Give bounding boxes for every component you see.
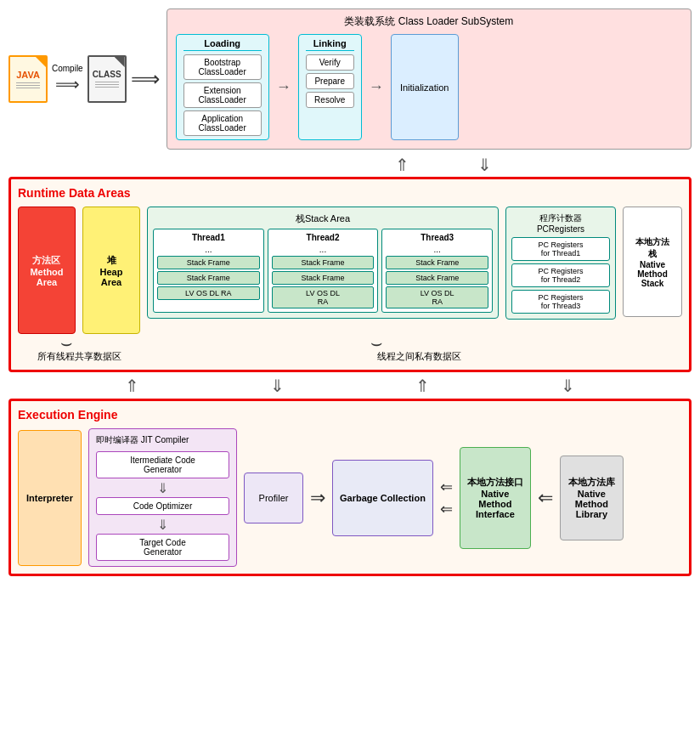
native-interface-box: 本地方法接口 Native Method Interface xyxy=(460,447,531,549)
classloader-subsystem: 类装载系统 Class Loader SubSystem Loading Boo… xyxy=(167,8,692,150)
jit-title: 即时编译器 JIT Compiler xyxy=(96,434,229,446)
down-arrow-2: ⇓ xyxy=(477,155,492,175)
loading-title: Loading xyxy=(183,38,262,51)
extension-loader: ExtensionClassLoader xyxy=(183,82,262,108)
thread3-sf1: Stack Frame xyxy=(386,256,488,269)
left-arrow: ⇐ xyxy=(440,500,453,518)
thread3-name: Thread3 xyxy=(386,233,488,242)
compile-flow: Compile ⟹ xyxy=(52,64,83,94)
bootstrap-loader: BootstrapClassLoader xyxy=(183,54,262,80)
linking-title: Linking xyxy=(306,38,354,51)
interpreter-label: Interpreter xyxy=(26,493,73,503)
gc-box: Garbage Collection xyxy=(332,460,433,536)
jit-item-2: Code Optimizer xyxy=(96,497,229,515)
thread1-col: Thread1 ... Stack Frame Stack Frame LV O… xyxy=(153,229,264,313)
thread1-name: Thread1 xyxy=(157,233,260,242)
compile-label: Compile xyxy=(52,64,83,73)
gc-label: Garbage Collection xyxy=(340,493,426,503)
native-interface-label: 本地方法接口 Native Method Interface xyxy=(467,476,523,519)
pc-thread1: PC Registersfor Thread1 xyxy=(511,237,610,261)
stack-area-title: 栈Stack Area xyxy=(153,212,493,225)
down-arrow-1: ⇑ xyxy=(395,155,409,175)
resolve-item: Resolve xyxy=(306,92,354,108)
thread3-lv: LV OS DLRA xyxy=(386,286,488,308)
loading-box: Loading BootstrapClassLoader ExtensionCl… xyxy=(176,34,269,140)
pc-registers-box: 程序计数器 PCRegisters PC Registersfor Thread… xyxy=(505,207,616,320)
stack-area-box: 栈Stack Area Thread1 ... Stack Frame Stac… xyxy=(147,207,499,319)
jit-item-1: Itermediate CodeGenerator xyxy=(96,451,229,478)
class-file-icon: CLASS xyxy=(88,55,127,103)
thread1-dots: ... xyxy=(157,245,260,254)
thread1-sf2: Stack Frame xyxy=(157,271,260,285)
from-library-arrow: ⇐ xyxy=(538,487,553,509)
pc-thread3: PC Registersfor Thread3 xyxy=(511,290,610,314)
thread2-dots: ... xyxy=(272,245,375,254)
thread1-sf1: Stack Frame xyxy=(157,256,260,269)
thread3-sf2: Stack Frame xyxy=(386,271,488,285)
right-arrow: ⇐ xyxy=(440,478,453,496)
class-label: CLASS xyxy=(93,70,121,79)
application-loader: ApplicationClassLoader xyxy=(183,110,262,136)
private-label: 线程之间私有数据区 xyxy=(377,350,461,363)
prepare-item: Prepare xyxy=(306,73,354,89)
to-classloader-arrow: ⟹ xyxy=(131,67,160,91)
pc-thread2: PC Registersfor Thread2 xyxy=(511,263,610,287)
method-area-label: 方法区 Method Area xyxy=(30,254,63,287)
thread2-lv: LV OS DLRA xyxy=(272,286,375,308)
native-method-stack-box: 本地方法 栈 Native Method Stack xyxy=(623,207,682,317)
initialization-label: Initialization xyxy=(400,82,449,93)
java-file-icon: JAVA xyxy=(8,55,48,103)
jit-compiler-box: 即时编译器 JIT Compiler Itermediate CodeGener… xyxy=(88,428,237,567)
exec-down-arrow-2: ⇓ xyxy=(561,376,575,396)
runtime-section: Runtime Data Areas 方法区 Method Area 堆 Hea… xyxy=(8,177,692,372)
thread3-col: Thread3 ... Stack Frame Stack Frame LV O… xyxy=(381,229,493,313)
linking-box: Linking Verify Prepare Resolve xyxy=(298,34,362,140)
classloader-title: 类装载系统 Class Loader SubSystem xyxy=(176,14,682,29)
shared-label: 所有线程共享数据区 xyxy=(37,350,121,363)
heap-area-box: 堆 Heap Area xyxy=(82,207,140,334)
execution-section: Execution Engine Interpreter 即时编译器 JIT C… xyxy=(8,399,692,576)
runtime-title: Runtime Data Areas xyxy=(18,186,682,200)
exec-up-arrow-1: ⇑ xyxy=(125,376,139,396)
thread2-name: Thread2 xyxy=(272,233,375,242)
profiler-label: Profiler xyxy=(259,493,289,503)
heap-area-label: 堆 Heap Area xyxy=(100,254,123,287)
jit-item-3: Target CodeGenerator xyxy=(96,534,229,561)
interpreter-box: Interpreter xyxy=(18,430,82,566)
native-library-box: 本地方法库 Native Method Library xyxy=(560,456,624,540)
pc-registers-title: 程序计数器 PCRegisters xyxy=(511,212,610,234)
thread1-lv: LV OS DL RA xyxy=(157,286,260,300)
method-area-box: 方法区 Method Area xyxy=(18,207,76,334)
exec-up-arrow-2: ⇑ xyxy=(415,376,430,396)
verify-item: Verify xyxy=(306,54,354,71)
java-label: JAVA xyxy=(16,70,40,80)
profiler-box: Profiler xyxy=(244,473,303,523)
thread2-col: Thread2 ... Stack Frame Stack Frame LV O… xyxy=(268,229,379,313)
initialization-box: Initialization xyxy=(391,34,459,140)
thread3-dots: ... xyxy=(386,245,488,254)
execution-title: Execution Engine xyxy=(18,408,682,422)
thread2-sf2: Stack Frame xyxy=(272,271,375,285)
to-gc-arrow: ⇒ xyxy=(310,487,325,509)
thread2-sf1: Stack Frame xyxy=(272,256,375,269)
native-library-label: 本地方法库 Native Method Library xyxy=(568,476,615,519)
native-stack-label: 本地方法 栈 Native Method Stack xyxy=(635,236,669,288)
exec-down-arrow-1: ⇓ xyxy=(270,376,285,396)
